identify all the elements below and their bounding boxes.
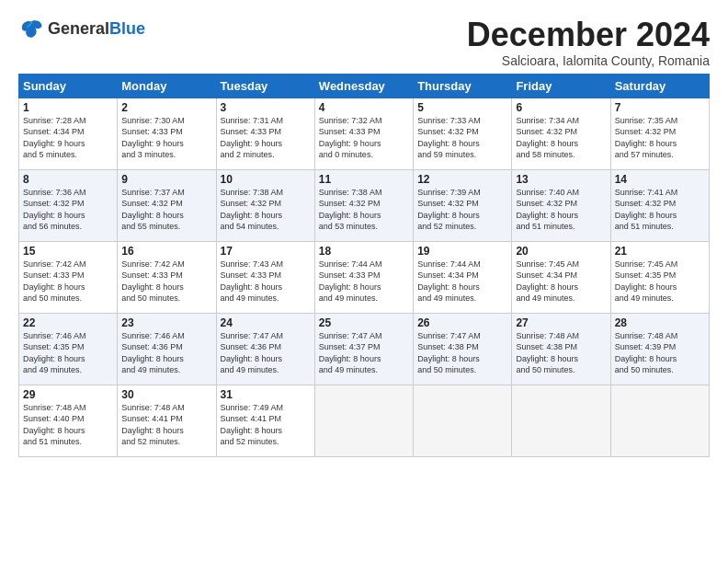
table-row: 10Sunrise: 7:38 AM Sunset: 4:32 PM Dayli…	[216, 169, 314, 241]
table-row: 15Sunrise: 7:42 AM Sunset: 4:33 PM Dayli…	[19, 241, 118, 313]
day-info: Sunrise: 7:35 AM Sunset: 4:32 PM Dayligh…	[615, 115, 705, 161]
table-row: 26Sunrise: 7:47 AM Sunset: 4:38 PM Dayli…	[414, 313, 512, 385]
header-tuesday: Tuesday	[216, 74, 314, 98]
table-row: 31Sunrise: 7:49 AM Sunset: 4:41 PM Dayli…	[216, 385, 314, 456]
day-info: Sunrise: 7:45 AM Sunset: 4:35 PM Dayligh…	[615, 259, 705, 304]
day-info: Sunrise: 7:36 AM Sunset: 4:32 PM Dayligh…	[23, 187, 113, 233]
day-number: 7	[615, 101, 705, 114]
day-info: Sunrise: 7:45 AM Sunset: 4:34 PM Dayligh…	[516, 259, 606, 304]
logo-blue-text: Blue	[109, 19, 145, 38]
calendar-container: GeneralBlue December 2024 Salcioara, Ial…	[0, 0, 728, 466]
logo-general-text: General	[48, 19, 109, 38]
day-number: 8	[23, 173, 113, 186]
day-number: 25	[319, 316, 409, 329]
calendar-title: December 2024	[467, 17, 710, 53]
calendar-header-row: Sunday Monday Tuesday Wednesday Thursday…	[19, 74, 710, 98]
day-info: Sunrise: 7:48 AM Sunset: 4:41 PM Dayligh…	[121, 402, 211, 448]
day-info: Sunrise: 7:34 AM Sunset: 4:32 PM Dayligh…	[516, 115, 606, 161]
day-number: 5	[417, 101, 507, 114]
day-number: 4	[319, 101, 409, 114]
day-number: 6	[516, 101, 606, 114]
day-info: Sunrise: 7:48 AM Sunset: 4:40 PM Dayligh…	[23, 402, 113, 448]
day-number: 23	[121, 316, 211, 329]
calendar-table: Sunday Monday Tuesday Wednesday Thursday…	[18, 74, 710, 457]
header-sunday: Sunday	[19, 74, 118, 98]
day-number: 14	[615, 173, 705, 186]
day-info: Sunrise: 7:33 AM Sunset: 4:32 PM Dayligh…	[417, 115, 507, 161]
table-row: 7Sunrise: 7:35 AM Sunset: 4:32 PM Daylig…	[610, 98, 709, 169]
table-row: 5Sunrise: 7:33 AM Sunset: 4:32 PM Daylig…	[414, 98, 512, 169]
calendar-week-1: 1Sunrise: 7:28 AM Sunset: 4:34 PM Daylig…	[19, 98, 710, 169]
table-row: 6Sunrise: 7:34 AM Sunset: 4:32 PM Daylig…	[512, 98, 610, 169]
logo-bird-icon	[18, 17, 44, 42]
day-number: 24	[221, 316, 311, 329]
day-info: Sunrise: 7:44 AM Sunset: 4:33 PM Dayligh…	[319, 259, 409, 304]
table-row: 28Sunrise: 7:48 AM Sunset: 4:39 PM Dayli…	[610, 313, 709, 385]
table-row	[512, 385, 610, 456]
day-info: Sunrise: 7:47 AM Sunset: 4:38 PM Dayligh…	[417, 330, 507, 376]
day-info: Sunrise: 7:42 AM Sunset: 4:33 PM Dayligh…	[121, 259, 211, 304]
day-number: 27	[516, 316, 606, 329]
day-info: Sunrise: 7:40 AM Sunset: 4:32 PM Dayligh…	[516, 187, 606, 233]
table-row: 20Sunrise: 7:45 AM Sunset: 4:34 PM Dayli…	[512, 241, 610, 313]
day-number: 19	[417, 245, 507, 258]
table-row: 30Sunrise: 7:48 AM Sunset: 4:41 PM Dayli…	[118, 385, 216, 456]
day-number: 11	[319, 173, 409, 186]
day-number: 15	[23, 245, 113, 258]
day-number: 29	[23, 388, 113, 401]
header-friday: Friday	[512, 74, 610, 98]
day-number: 3	[221, 101, 311, 114]
table-row: 17Sunrise: 7:43 AM Sunset: 4:33 PM Dayli…	[216, 241, 314, 313]
day-info: Sunrise: 7:30 AM Sunset: 4:33 PM Dayligh…	[121, 115, 211, 161]
table-row: 25Sunrise: 7:47 AM Sunset: 4:37 PM Dayli…	[314, 313, 413, 385]
table-row: 27Sunrise: 7:48 AM Sunset: 4:38 PM Dayli…	[512, 313, 610, 385]
table-row: 29Sunrise: 7:48 AM Sunset: 4:40 PM Dayli…	[19, 385, 118, 456]
table-row: 8Sunrise: 7:36 AM Sunset: 4:32 PM Daylig…	[19, 169, 118, 241]
day-info: Sunrise: 7:48 AM Sunset: 4:39 PM Dayligh…	[615, 330, 705, 376]
day-number: 9	[121, 173, 211, 186]
table-row: 2Sunrise: 7:30 AM Sunset: 4:33 PM Daylig…	[118, 98, 216, 169]
table-row	[414, 385, 512, 456]
day-number: 22	[23, 316, 113, 329]
calendar-week-2: 8Sunrise: 7:36 AM Sunset: 4:32 PM Daylig…	[19, 169, 710, 241]
day-number: 2	[121, 101, 211, 114]
table-row: 24Sunrise: 7:47 AM Sunset: 4:36 PM Dayli…	[216, 313, 314, 385]
table-row: 19Sunrise: 7:44 AM Sunset: 4:34 PM Dayli…	[414, 241, 512, 313]
day-number: 21	[615, 245, 705, 258]
calendar-week-3: 15Sunrise: 7:42 AM Sunset: 4:33 PM Dayli…	[19, 241, 710, 313]
table-row: 23Sunrise: 7:46 AM Sunset: 4:36 PM Dayli…	[118, 313, 216, 385]
table-row: 16Sunrise: 7:42 AM Sunset: 4:33 PM Dayli…	[118, 241, 216, 313]
day-number: 31	[221, 388, 311, 401]
table-row	[610, 385, 709, 456]
day-number: 16	[121, 245, 211, 258]
calendar-week-4: 22Sunrise: 7:46 AM Sunset: 4:35 PM Dayli…	[19, 313, 710, 385]
logo-text: GeneralBlue	[48, 20, 145, 39]
day-info: Sunrise: 7:41 AM Sunset: 4:32 PM Dayligh…	[615, 187, 705, 233]
calendar-week-5: 29Sunrise: 7:48 AM Sunset: 4:40 PM Dayli…	[19, 385, 710, 456]
day-number: 26	[417, 316, 507, 329]
header-thursday: Thursday	[414, 74, 512, 98]
day-info: Sunrise: 7:32 AM Sunset: 4:33 PM Dayligh…	[319, 115, 409, 161]
header-saturday: Saturday	[610, 74, 709, 98]
day-info: Sunrise: 7:49 AM Sunset: 4:41 PM Dayligh…	[221, 402, 311, 448]
day-number: 10	[221, 173, 311, 186]
day-info: Sunrise: 7:46 AM Sunset: 4:35 PM Dayligh…	[23, 330, 113, 376]
table-row: 22Sunrise: 7:46 AM Sunset: 4:35 PM Dayli…	[19, 313, 118, 385]
table-row: 18Sunrise: 7:44 AM Sunset: 4:33 PM Dayli…	[314, 241, 413, 313]
header: GeneralBlue December 2024 Salcioara, Ial…	[18, 17, 710, 68]
table-row: 21Sunrise: 7:45 AM Sunset: 4:35 PM Dayli…	[610, 241, 709, 313]
day-number: 28	[615, 316, 705, 329]
day-number: 30	[121, 388, 211, 401]
table-row: 1Sunrise: 7:28 AM Sunset: 4:34 PM Daylig…	[19, 98, 118, 169]
day-info: Sunrise: 7:38 AM Sunset: 4:32 PM Dayligh…	[319, 187, 409, 233]
day-info: Sunrise: 7:43 AM Sunset: 4:33 PM Dayligh…	[221, 259, 311, 304]
day-info: Sunrise: 7:37 AM Sunset: 4:32 PM Dayligh…	[121, 187, 211, 233]
title-block: December 2024 Salcioara, Ialomita County…	[467, 17, 710, 68]
day-info: Sunrise: 7:38 AM Sunset: 4:32 PM Dayligh…	[221, 187, 311, 233]
table-row: 3Sunrise: 7:31 AM Sunset: 4:33 PM Daylig…	[216, 98, 314, 169]
table-row: 11Sunrise: 7:38 AM Sunset: 4:32 PM Dayli…	[314, 169, 413, 241]
day-info: Sunrise: 7:48 AM Sunset: 4:38 PM Dayligh…	[516, 330, 606, 376]
table-row: 9Sunrise: 7:37 AM Sunset: 4:32 PM Daylig…	[118, 169, 216, 241]
day-info: Sunrise: 7:46 AM Sunset: 4:36 PM Dayligh…	[121, 330, 211, 376]
header-monday: Monday	[118, 74, 216, 98]
